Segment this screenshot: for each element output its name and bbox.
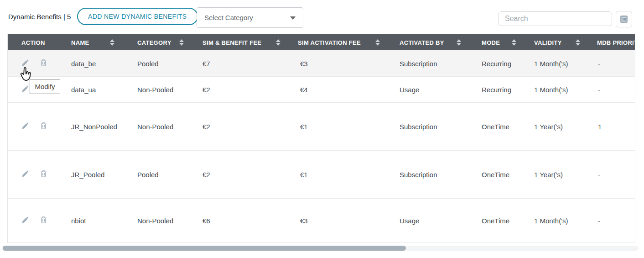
benefits-table: ACTIONNAMECATEGORYSIM & BENEFIT FEESIM A… xyxy=(7,34,635,243)
modify-tooltip: Modify xyxy=(30,79,60,94)
column-header-name: NAME xyxy=(71,39,89,46)
sort-arrows-icon[interactable] xyxy=(512,39,516,46)
cell-sim-activation-fee: €4 xyxy=(300,86,308,94)
cell-sim-benefit-fee: €6 xyxy=(203,217,210,225)
sort-arrows-icon[interactable] xyxy=(179,39,184,46)
cell-category: Non-Pooled xyxy=(137,217,173,225)
edit-button[interactable] xyxy=(21,84,30,95)
column-header-action: ACTION xyxy=(21,39,45,46)
cell-sim-activation-fee: €1 xyxy=(300,123,308,131)
cell-category: Non-Pooled xyxy=(137,123,173,131)
cell-mode: Recurring xyxy=(482,59,511,67)
cell-activated-by: Usage xyxy=(400,86,419,94)
cell-sim-benefit-fee: €2 xyxy=(203,86,210,94)
table-row: data_bePooled€7€3SubscriptionRecurring1 … xyxy=(8,50,635,77)
cell-sim-benefit-fee: €2 xyxy=(203,171,210,179)
cell-activated-by: Usage xyxy=(400,217,419,225)
cell-activated-by: Subscription xyxy=(400,123,437,131)
cell-mdb-priority: - xyxy=(598,86,600,94)
edit-button[interactable] xyxy=(21,215,30,226)
cell-validity: 1 Year('s) xyxy=(534,171,563,179)
cell-sim-activation-fee: €3 xyxy=(300,217,308,225)
cell-validity: 1 Month('s) xyxy=(534,217,568,225)
table-row: JR_NonPooledNon-Pooled€2€1SubscriptionOn… xyxy=(8,103,635,151)
category-select[interactable]: Select Category xyxy=(197,7,303,28)
cell-sim-activation-fee: €3 xyxy=(300,59,308,67)
trash-icon xyxy=(40,216,47,224)
column-header-activated-by: ACTIVATED BY xyxy=(400,39,444,46)
horizontal-scrollbar-track[interactable] xyxy=(2,246,639,251)
table-row: nbiotNon-Pooled€6€3UsageOneTime1 Month('… xyxy=(8,199,635,243)
cell-name: JR_NonPooled xyxy=(71,123,117,131)
trash-icon xyxy=(40,170,47,178)
cell-mdb-priority: - xyxy=(598,59,600,67)
cell-activated-by: Subscription xyxy=(400,171,437,179)
column-header-sim-benefit-fee: SIM & BENEFIT FEE xyxy=(203,39,261,46)
trash-icon xyxy=(40,122,47,130)
cell-category: Pooled xyxy=(137,59,159,67)
table-header: ACTIONNAMECATEGORYSIM & BENEFIT FEESIM A… xyxy=(8,34,635,50)
delete-button[interactable] xyxy=(39,169,48,180)
cell-mode: OneTime xyxy=(482,123,509,131)
pencil-icon xyxy=(21,59,29,67)
pencil-icon xyxy=(21,85,29,93)
table-body: data_bePooled€7€3SubscriptionRecurring1 … xyxy=(8,50,635,243)
column-header-category: CATEGORY xyxy=(137,39,171,46)
category-select-value: Select Category xyxy=(204,14,290,21)
column-header-mode: MODE xyxy=(482,39,500,46)
cell-name: nbiot xyxy=(71,217,86,225)
cell-mode: OneTime xyxy=(482,171,509,179)
cell-mode: OneTime xyxy=(482,217,509,225)
delete-button[interactable] xyxy=(39,58,48,69)
sort-arrows-icon[interactable] xyxy=(576,39,580,46)
cell-mode: Recurring xyxy=(482,86,511,94)
horizontal-scrollbar-thumb[interactable] xyxy=(3,246,406,251)
cell-sim-benefit-fee: €2 xyxy=(203,123,210,131)
list-view-button[interactable] xyxy=(616,11,632,27)
cell-validity: 1 Month('s) xyxy=(534,86,568,94)
dynamic-benefits-page: Dynamic Benefits | 5 ADD NEW DYNAMIC BEN… xyxy=(0,0,644,258)
cell-mdb-priority: - xyxy=(598,217,600,225)
column-header-validity: VALIDITY xyxy=(534,39,562,46)
delete-button[interactable] xyxy=(39,121,48,132)
sort-arrows-icon[interactable] xyxy=(457,39,461,46)
delete-button[interactable] xyxy=(39,215,48,226)
cell-name: data_be xyxy=(71,59,96,67)
trash-icon xyxy=(40,59,47,67)
edit-button[interactable] xyxy=(21,169,30,180)
hand-cursor-icon xyxy=(19,67,34,84)
sort-arrows-icon[interactable] xyxy=(110,39,114,46)
page-title: Dynamic Benefits | 5 xyxy=(8,13,71,21)
edit-button[interactable] xyxy=(21,121,30,132)
cell-name: data_ua xyxy=(71,86,96,94)
column-header-mdb-priority: MDB PRIORITY xyxy=(597,39,635,46)
sort-arrows-icon[interactable] xyxy=(375,39,380,46)
list-view-icon xyxy=(619,15,628,24)
add-new-dynamic-benefits-button[interactable]: ADD NEW DYNAMIC BENEFITS xyxy=(77,8,198,25)
cell-validity: 1 Month('s) xyxy=(534,59,568,67)
table-row: JR_PooledPooled€2€1SubscriptionOneTime1 … xyxy=(8,151,635,199)
search-input[interactable] xyxy=(498,11,612,26)
cell-validity: 1 Year('s) xyxy=(534,123,563,131)
sort-arrows-icon[interactable] xyxy=(276,39,280,46)
cell-sim-benefit-fee: €7 xyxy=(203,59,210,67)
pencil-icon xyxy=(21,216,29,224)
cell-category: Non-Pooled xyxy=(137,86,173,94)
cell-sim-activation-fee: €1 xyxy=(300,171,308,179)
cell-mdb-priority: 1 xyxy=(598,123,602,131)
caret-down-icon xyxy=(290,16,296,20)
column-header-sim-activation-fee: SIM ACTIVATION FEE xyxy=(298,39,361,46)
cell-category: Pooled xyxy=(137,171,159,179)
cell-name: JR_Pooled xyxy=(71,171,104,179)
table-row: data_uaNon-Pooled€2€4UsageRecurring1 Mon… xyxy=(8,77,635,103)
cell-mdb-priority: - xyxy=(598,171,600,179)
pencil-icon xyxy=(21,170,29,178)
cell-activated-by: Subscription xyxy=(400,59,437,67)
pencil-icon xyxy=(21,122,29,130)
